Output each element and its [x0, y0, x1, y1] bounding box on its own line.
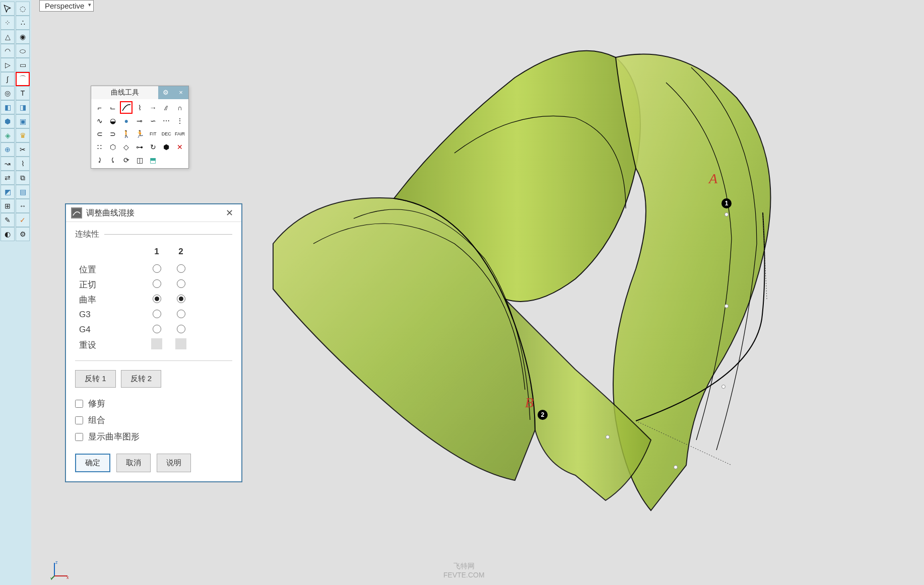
reset-2-button[interactable] — [175, 338, 186, 349]
extrude-tool-icon[interactable]: ▣ — [16, 114, 30, 128]
solid-tool-icon[interactable]: ◨ — [16, 100, 30, 114]
control-point[interactable] — [721, 385, 725, 389]
g3-1-radio[interactable] — [153, 310, 161, 318]
g4-1-radio[interactable] — [153, 325, 161, 333]
curve-tools-flyout-icon[interactable]: ⌒ — [16, 72, 30, 86]
tb-simplify-icon[interactable]: ∽ — [147, 114, 159, 127]
graph-checkbox[interactable] — [75, 433, 83, 441]
tb-offset-icon[interactable]: ⫽ — [160, 101, 173, 114]
tb-blend-curve-icon[interactable] — [120, 101, 133, 114]
viewport-tab[interactable]: Perspective — [39, 0, 94, 12]
tb-delete-icon[interactable]: ✕ — [173, 140, 186, 153]
select-tool-icon[interactable] — [1, 2, 15, 16]
array-tool-icon[interactable]: ⊞ — [1, 199, 15, 213]
tb-fit-icon[interactable]: FIT — [147, 127, 159, 140]
tb-tween-icon[interactable]: ∩ — [173, 101, 186, 114]
tb-dash-icon[interactable]: ⋯ — [160, 114, 173, 127]
trim-checkbox[interactable] — [75, 400, 83, 408]
rectangle-tool-icon[interactable]: ▭ — [16, 58, 30, 72]
render-tool-icon[interactable]: ◐ — [1, 227, 15, 241]
position-1-radio[interactable] — [153, 264, 161, 273]
lasso-tool-icon[interactable]: ◌ — [16, 2, 30, 16]
blend-tool-icon[interactable]: ⌇ — [16, 157, 30, 171]
tb-fair-icon[interactable]: ∿ — [93, 114, 106, 127]
transform-tool-icon[interactable]: ⇄ — [1, 171, 15, 185]
curve-toolbox[interactable]: 曲线工具 ⚙ × ⌐ ⌙ ⌇ → ⫽ ∩ ∿ ◒ ● ⊸ ∽ ⋯ ⋮ ⊂ ⊃ 🚶… — [91, 86, 189, 169]
settings-tool-icon[interactable]: ⚙ — [16, 227, 30, 241]
tb-cylinder-icon[interactable]: ⬢ — [160, 140, 173, 153]
boolean-tool-icon[interactable]: ⊕ — [1, 142, 15, 157]
polyline-tool-icon[interactable]: △ — [1, 30, 15, 44]
tb-break-icon[interactable]: ⊃ — [107, 127, 119, 140]
check-tool-icon[interactable]: ✓ — [16, 213, 30, 227]
circle-tool-icon[interactable]: ◉ — [16, 30, 30, 44]
crown-tool-icon[interactable]: ♛ — [16, 128, 30, 142]
reset-1-button[interactable] — [151, 338, 162, 349]
tb-pts-icon[interactable]: ∷ — [93, 140, 106, 153]
dialog-titlebar[interactable]: 调整曲线混接 ✕ — [66, 204, 241, 222]
tb-b-icon[interactable]: ⤹ — [107, 154, 119, 166]
position-2-radio[interactable] — [177, 264, 185, 273]
tb-e-icon[interactable]: ⬒ — [147, 154, 159, 166]
flip-2-button[interactable]: 反转 2 — [121, 370, 162, 388]
join-checkbox[interactable] — [75, 416, 83, 424]
help-button[interactable]: 说明 — [157, 454, 191, 472]
polygon-tool-icon[interactable]: ▷ — [1, 58, 15, 72]
control-point[interactable] — [724, 304, 729, 308]
sweep-tool-icon[interactable]: ↝ — [1, 157, 15, 171]
dimension-tool-icon[interactable]: ↔ — [16, 199, 30, 213]
annotate-tool-icon[interactable]: ✎ — [1, 213, 15, 227]
tb-d-icon[interactable]: ◫ — [134, 154, 146, 166]
arc-tool-icon[interactable]: ◠ — [1, 44, 15, 58]
point-tool-icon[interactable]: ⁘ — [1, 16, 15, 30]
tb-sub-icon[interactable]: ⊂ — [93, 127, 106, 140]
tb-chamfer-icon[interactable]: ⌙ — [107, 101, 119, 114]
ellipse-tool-icon[interactable]: ⬭ — [16, 44, 30, 58]
control-point[interactable] — [724, 212, 729, 216]
tb-fillet-icon[interactable]: ⌐ — [93, 101, 106, 114]
offset-tool-icon[interactable]: ◎ — [1, 86, 15, 100]
cancel-button[interactable]: 取消 — [116, 454, 151, 472]
toolbox-header[interactable]: 曲线工具 ⚙ × — [91, 86, 188, 99]
tb-seam-icon[interactable]: ⋮ — [173, 114, 186, 127]
curve-end-marker-1[interactable]: 1 — [721, 198, 732, 208]
curvature-2-radio[interactable] — [177, 295, 185, 303]
tb-handle-icon[interactable]: ⊶ — [134, 140, 146, 153]
control-point[interactable] — [674, 465, 678, 469]
tb-run-icon[interactable]: 🏃 — [134, 127, 146, 140]
tb-extend-icon[interactable]: → — [147, 101, 159, 114]
points-tool-icon[interactable]: ∴ — [16, 16, 30, 30]
tb-periodic-icon[interactable]: ↻ — [147, 140, 159, 153]
copy-tool-icon[interactable]: ⧉ — [16, 171, 30, 185]
blend-curve-dialog[interactable]: 调整曲线混接 ✕ 连续性 1 2 位置 正切 曲率 — [65, 204, 242, 482]
dialog-close-icon[interactable]: ✕ — [223, 207, 236, 218]
tangent-2-radio[interactable] — [177, 279, 185, 288]
tb-match-icon[interactable]: ⌇ — [134, 101, 146, 114]
tb-edit-icon[interactable]: ⊸ — [134, 114, 146, 127]
tb-a-icon[interactable]: ⤸ — [93, 154, 106, 166]
trim-tool-icon[interactable]: ✂ — [16, 142, 30, 157]
tb-adjust-icon[interactable]: ● — [120, 114, 133, 127]
text-tool-icon[interactable]: T — [16, 86, 30, 100]
curve-tool-icon[interactable]: ∫ — [1, 72, 15, 86]
g3-2-radio[interactable] — [177, 310, 185, 318]
mesh-tool-icon[interactable]: ◈ — [1, 128, 15, 142]
g4-2-radio[interactable] — [177, 325, 185, 333]
tb-c-icon[interactable]: ⟳ — [120, 154, 133, 166]
surface-tool-icon[interactable]: ◧ — [1, 100, 15, 114]
tb-person-icon[interactable]: 🚶 — [120, 127, 133, 140]
tb-fair2-icon[interactable]: FAIR — [173, 127, 186, 140]
box-tool-icon[interactable]: ◩ — [1, 185, 15, 199]
tb-rebuild-icon[interactable]: ◒ — [107, 114, 119, 127]
tangent-1-radio[interactable] — [153, 279, 161, 288]
gear-icon[interactable]: ⚙ — [158, 86, 173, 99]
flip-1-button[interactable]: 反转 1 — [75, 370, 116, 388]
layers-tool-icon[interactable]: ▤ — [16, 185, 30, 199]
tb-knot-icon[interactable]: ⬡ — [107, 140, 119, 153]
close-icon[interactable]: × — [173, 86, 188, 99]
cylinder-tool-icon[interactable]: ⬢ — [1, 114, 15, 128]
curve-end-marker-2[interactable]: 2 — [538, 410, 548, 420]
tb-dec-icon[interactable]: DEC — [160, 127, 173, 140]
curvature-1-radio[interactable] — [153, 295, 161, 303]
ok-button[interactable]: 确定 — [75, 454, 110, 472]
